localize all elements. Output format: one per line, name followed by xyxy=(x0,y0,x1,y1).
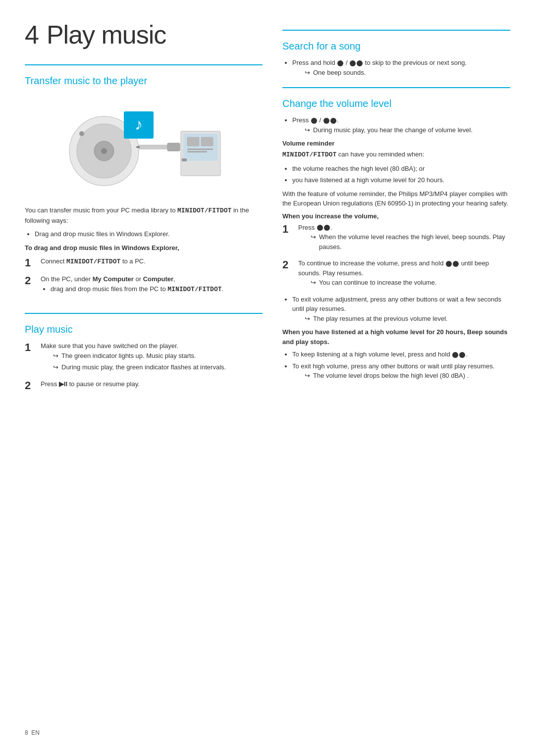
svg-rect-9 xyxy=(187,137,199,146)
svg-rect-10 xyxy=(201,137,213,146)
step-2-subitems: drag and drop music files from the PC to… xyxy=(51,284,263,295)
arrow-item: ↪ One beep sounds. xyxy=(305,68,510,78)
arrow-icon: ↪ xyxy=(305,314,310,324)
search-list: Press and hold / to skip to the previous… xyxy=(292,58,510,77)
transfer-section: Transfer music to the player xyxy=(25,75,263,298)
arrow-item: ↪ When the volume level reaches the high… xyxy=(311,232,510,252)
list-item: To exit volume adjustment, press any oth… xyxy=(292,295,510,324)
list-item: To exit high volume, press any other but… xyxy=(292,361,510,381)
circle-btn xyxy=(350,60,356,66)
circle-btn xyxy=(337,60,343,66)
arrow-text: The volume level drops below the high le… xyxy=(313,371,469,381)
step-number-1: 1 xyxy=(25,256,35,269)
volume-reminder-text: With the feature of volume reminder, the… xyxy=(282,189,510,208)
inc-step-1-content: Press . ↪ When the volume level reaches … xyxy=(298,223,510,254)
arrow-item: ↪ The play resumes at the previous volum… xyxy=(305,314,510,324)
divider-play xyxy=(25,313,263,314)
arrow-icon: ↪ xyxy=(53,351,58,361)
list-item: Press and hold / to skip to the previous… xyxy=(292,58,510,77)
arrow-item: ↪ The green indicator lights up. Music p… xyxy=(53,351,263,361)
play-step-1-content: Make sure that you have switched on the … xyxy=(41,341,263,374)
circle-btn xyxy=(323,118,329,124)
step-number-2: 2 xyxy=(25,274,35,287)
increase-step-1: 1 Press . ↪ When the volume level reache… xyxy=(282,223,510,254)
search-section: Search for a song Press and hold / to sk… xyxy=(282,41,510,77)
arrow-text: The green indicator lights up. Music pla… xyxy=(61,351,196,361)
transfer-step-2: 2 On the PC, under My Computer or Comput… xyxy=(25,274,263,298)
arrow-icon: ↪ xyxy=(311,278,316,288)
arrow-icon: ↪ xyxy=(311,232,316,252)
arrow-icon: ↪ xyxy=(53,362,58,372)
play-music-section: Play music 1 Make sure that you have swi… xyxy=(25,324,263,392)
list-item: Press / . ↪ During music play, you hear … xyxy=(292,115,510,135)
left-column: 4Play music Transfer music to the player xyxy=(25,20,263,397)
reminder-list: the volume reaches the high level (80 dB… xyxy=(292,164,510,185)
volume-title: Change the volume level xyxy=(282,98,510,109)
volume-list: Press / . ↪ During music play, you hear … xyxy=(292,115,510,135)
divider-volume xyxy=(282,87,510,88)
circle-btn xyxy=(324,225,330,231)
arrow-text: When the volume level reaches the high l… xyxy=(319,232,510,252)
transfer-ways-list: Drag and drop music files in Windows Exp… xyxy=(35,229,263,239)
chapter-title: Play music xyxy=(47,20,166,49)
svg-rect-13 xyxy=(182,158,187,161)
chapter-number: 4 xyxy=(25,20,39,49)
circle-btn xyxy=(317,225,323,231)
arrow-text: The play resumes at the previous volume … xyxy=(313,314,448,324)
right-column: Search for a song Press and hold / to sk… xyxy=(282,20,510,397)
circle-btn xyxy=(311,118,317,124)
arrow-item: ↪ The volume level drops below the high … xyxy=(305,371,510,381)
divider-transfer xyxy=(25,64,263,65)
instruction-bold: To drag and drop music files in Windows … xyxy=(25,243,263,253)
inc-step-number-1: 1 xyxy=(282,223,292,236)
arrow-text: You can continue to increase the volume. xyxy=(319,278,436,288)
list-item: drag and drop music files from the PC to… xyxy=(51,284,263,295)
svg-rect-6 xyxy=(167,143,180,151)
circle-btn xyxy=(357,60,363,66)
transfer-title: Transfer music to the player xyxy=(25,75,263,87)
volume-reminder-title: Volume reminder xyxy=(282,140,510,147)
circle-btn xyxy=(452,352,458,358)
increase-step-2: 2 To continue to increase the volume, pr… xyxy=(282,258,510,290)
play-step-2: 2 Press ▶II to pause or resume play. xyxy=(25,379,263,392)
svg-rect-11 xyxy=(187,149,213,150)
high-volume-label: When you have listened at a high volume … xyxy=(282,327,510,347)
list-item: the volume reaches the high level (80 dB… xyxy=(292,164,510,174)
play-step-2-content: Press ▶II to pause or resume play. xyxy=(41,379,263,389)
arrow-icon: ↪ xyxy=(305,125,310,135)
circle-btn xyxy=(446,261,452,267)
play-step-1: 1 Make sure that you have switched on th… xyxy=(25,341,263,374)
svg-text:♪: ♪ xyxy=(135,115,143,133)
chapter-header: 4Play music xyxy=(25,20,263,50)
step-1-content: Connect MINIDOT/FITDOT to a PC. xyxy=(41,256,263,267)
page-lang: EN xyxy=(31,729,40,736)
player-illustration: ♪ xyxy=(25,97,263,196)
page-number: 8 xyxy=(25,729,28,736)
svg-point-3 xyxy=(101,148,107,154)
arrow-text: During music play, you hear the change o… xyxy=(313,125,473,135)
high-volume-list: To keep listening at a high volume level… xyxy=(292,350,510,381)
device-name: MINIDOT/FITDOT xyxy=(282,151,336,158)
arrow-item: ↪ You can continue to increase the volum… xyxy=(311,278,510,288)
play-music-title: Play music xyxy=(25,324,263,335)
svg-rect-12 xyxy=(187,151,207,152)
arrow-item: ↪ During music play, you hear the change… xyxy=(305,125,510,135)
list-item: Drag and drop music files in Windows Exp… xyxy=(35,229,263,239)
circle-btn xyxy=(459,352,465,358)
divider-search xyxy=(282,30,510,31)
arrow-text: One beep sounds. xyxy=(313,68,366,78)
when-increase-label: When you increase the volume, xyxy=(282,212,510,220)
page-footer: 8 EN xyxy=(25,729,40,736)
play-step-number-1: 1 xyxy=(25,341,35,354)
search-title: Search for a song xyxy=(282,41,510,52)
svg-rect-5 xyxy=(138,145,167,149)
transfer-intro: You can transfer music from your PC medi… xyxy=(25,205,263,225)
circle-btn xyxy=(330,118,336,124)
arrow-icon: ↪ xyxy=(305,371,310,381)
inc-step-number-2: 2 xyxy=(282,258,292,271)
svg-point-4 xyxy=(79,131,84,136)
list-item: you have listened at a high volume level… xyxy=(292,175,510,185)
play-step-number-2: 2 xyxy=(25,379,35,392)
transfer-step-1: 1 Connect MINIDOT/FITDOT to a PC. xyxy=(25,256,263,269)
arrow-icon: ↪ xyxy=(305,68,310,78)
